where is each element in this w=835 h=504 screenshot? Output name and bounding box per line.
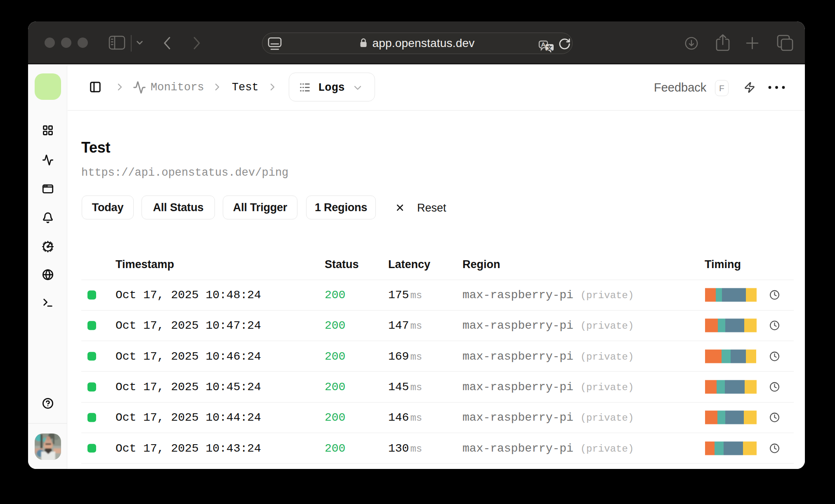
svg-text:A: A bbox=[541, 41, 546, 48]
svg-text:文: 文 bbox=[546, 45, 552, 51]
